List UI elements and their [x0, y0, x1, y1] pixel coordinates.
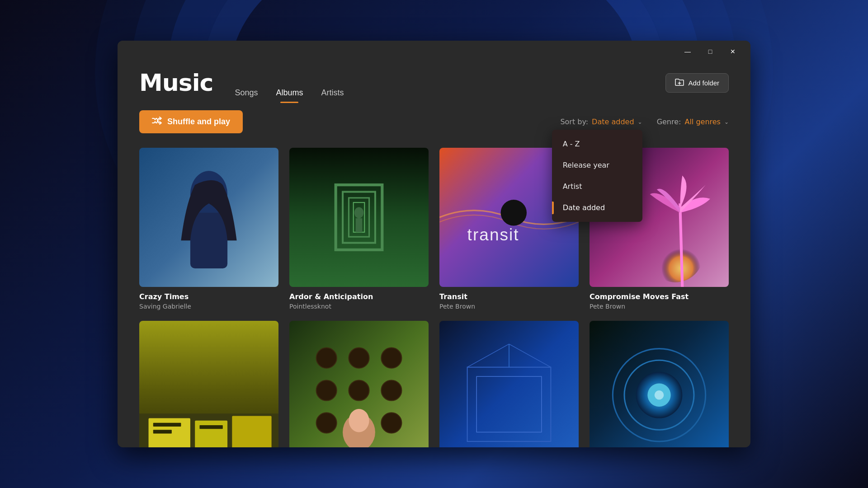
shuffle-label: Shuffle and play	[167, 117, 230, 127]
add-folder-label: Add folder	[689, 79, 719, 87]
svg-rect-23	[153, 423, 181, 427]
tab-artists[interactable]: Artists	[321, 88, 344, 103]
album-cover-ardor	[289, 148, 429, 287]
album-artist-crazy-times: Saving Gabrielle	[139, 303, 278, 310]
minimize-button[interactable]: —	[677, 44, 698, 59]
svg-rect-25	[199, 425, 222, 429]
svg-point-30	[349, 348, 369, 368]
album-card-row2-3[interactable]	[439, 321, 579, 447]
album-artist-ardor: Pointlessknot	[289, 303, 429, 310]
svg-rect-21	[195, 421, 227, 447]
sort-dropdown-menu: A - Z Release year Artist Date added	[552, 130, 642, 222]
sort-option-artist[interactable]: Artist	[552, 176, 642, 197]
shuffle-icon	[152, 117, 162, 127]
header: Music Songs Albums Artists Add folder	[118, 62, 750, 103]
sort-control[interactable]: Sort by: Date added ⌄ A - Z Release year…	[560, 117, 642, 126]
svg-point-29	[316, 413, 337, 433]
album-artist-compromise: Pete Brown	[590, 303, 729, 310]
svg-point-28	[316, 380, 337, 400]
sort-option-date-added[interactable]: Date added	[552, 197, 642, 218]
svg-point-31	[349, 380, 369, 400]
tab-albums[interactable]: Albums	[276, 88, 303, 103]
album-card-row2-1[interactable]	[139, 321, 278, 447]
svg-text:transit: transit	[467, 225, 519, 244]
album-title-crazy-times: Crazy Times	[139, 292, 278, 301]
album-cover-row2-2	[289, 321, 429, 447]
genre-label: Genre:	[657, 117, 681, 126]
album-card-crazy-times[interactable]: Crazy Times Saving Gabrielle	[139, 148, 278, 310]
sort-option-az[interactable]: A - Z	[552, 133, 642, 155]
album-title-ardor: Ardor & Anticipation	[289, 292, 429, 301]
sort-option-release-year[interactable]: Release year	[552, 155, 642, 176]
genre-value: All genres	[684, 117, 720, 126]
app-window: — □ ✕ Music Songs Albums Artists Add fol	[118, 41, 750, 447]
svg-rect-22	[232, 416, 271, 447]
svg-rect-38	[439, 321, 579, 447]
album-title-transit: Transit	[439, 292, 579, 301]
album-cover-row2-3	[439, 321, 579, 447]
folder-add-icon	[675, 78, 684, 88]
svg-rect-4	[190, 213, 227, 268]
album-cover-row2-1	[139, 321, 278, 447]
svg-point-35	[381, 413, 401, 433]
album-card-row2-2[interactable]	[289, 321, 429, 447]
album-cover-row2-4	[590, 321, 729, 447]
tab-songs[interactable]: Songs	[235, 88, 258, 103]
svg-point-33	[381, 348, 401, 368]
svg-rect-24	[153, 430, 172, 433]
svg-point-10	[354, 207, 364, 218]
sort-value: Date added	[592, 117, 634, 126]
add-folder-button[interactable]: Add folder	[665, 73, 729, 93]
shuffle-play-button[interactable]: Shuffle and play	[139, 110, 243, 133]
app-title: Music	[139, 69, 213, 96]
album-title-compromise: Compromise Moves Fast	[590, 292, 729, 301]
sort-chevron-icon: ⌄	[638, 119, 642, 125]
album-card-ardor[interactable]: Ardor & Anticipation Pointlessknot	[289, 148, 429, 310]
svg-point-27	[316, 348, 337, 368]
title-bar: — □ ✕	[118, 41, 750, 62]
toolbar-right: Sort by: Date added ⌄ A - Z Release year…	[560, 117, 729, 126]
nav-tabs: Songs Albums Artists	[235, 62, 344, 103]
svg-point-37	[349, 409, 369, 432]
toolbar: Shuffle and play Sort by: Date added ⌄ A…	[118, 103, 750, 141]
album-card-row2-4[interactable]	[590, 321, 729, 447]
albums-container[interactable]: Crazy Times Saving Gabrielle	[118, 141, 750, 447]
genre-chevron-icon: ⌄	[724, 119, 729, 125]
svg-point-49	[655, 390, 664, 400]
svg-rect-11	[356, 218, 362, 232]
album-artist-transit: Pete Brown	[439, 303, 579, 310]
window-controls: — □ ✕	[677, 44, 743, 59]
svg-point-16	[647, 227, 703, 282]
sort-by-label: Sort by:	[560, 117, 588, 126]
close-button[interactable]: ✕	[722, 44, 743, 59]
album-cover-crazy-times	[139, 148, 278, 287]
header-right: Add folder	[665, 73, 729, 93]
svg-point-13	[501, 200, 527, 225]
genre-control[interactable]: Genre: All genres ⌄	[657, 117, 729, 126]
maximize-button[interactable]: □	[700, 44, 721, 59]
svg-point-34	[381, 380, 401, 400]
